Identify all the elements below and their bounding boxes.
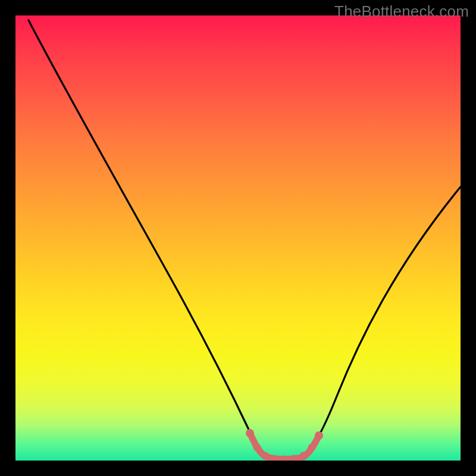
watermark-text: TheBottleneck.com	[334, 2, 469, 21]
svg-point-1	[253, 444, 261, 452]
svg-point-7	[308, 444, 316, 452]
bottleneck-curve-path	[29, 20, 461, 459]
svg-point-6	[300, 452, 308, 460]
plot-area	[15, 15, 461, 461]
svg-point-0	[246, 429, 254, 437]
svg-point-8	[315, 431, 323, 440]
optimal-zone-dots	[246, 429, 323, 461]
chart-svg	[15, 15, 461, 461]
chart-frame: TheBottleneck.com	[0, 0, 476, 476]
svg-point-2	[262, 452, 270, 460]
